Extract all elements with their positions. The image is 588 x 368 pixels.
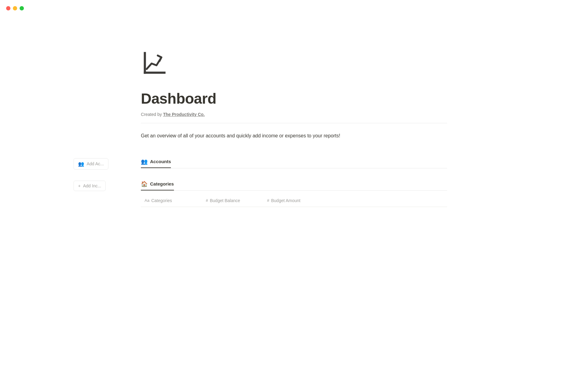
col-budget-amount: # Budget Amount xyxy=(263,197,325,204)
creator-link[interactable]: The Productivity Co. xyxy=(163,112,205,117)
page-icon xyxy=(141,49,447,78)
col-categories-icon: Aa xyxy=(145,198,149,203)
creator-prefix: Created by xyxy=(141,112,163,117)
add-income-icon: + xyxy=(78,183,81,188)
page-description: Get an overview of all of your accounts … xyxy=(141,132,447,140)
maximize-button[interactable] xyxy=(20,6,24,10)
add-accounts-button[interactable]: 👥 Add Ac... xyxy=(74,158,108,170)
add-income-label: Add Inc... xyxy=(83,183,101,188)
add-accounts-icon: 👥 xyxy=(78,161,84,167)
categories-tab-border xyxy=(141,190,447,191)
accounts-tab-icon: 👥 xyxy=(141,158,148,165)
col-categories-label: Categories xyxy=(151,198,172,203)
add-income-button[interactable]: + Add Inc... xyxy=(74,181,106,191)
col-budget-balance: # Budget Balance xyxy=(202,197,263,204)
main-content: Dashboard Created by The Productivity Co… xyxy=(80,0,508,225)
close-button[interactable] xyxy=(6,6,10,10)
col-categories: Aa Categories xyxy=(141,197,202,204)
add-accounts-label: Add Ac... xyxy=(87,161,104,166)
accounts-tab-title: Accounts xyxy=(150,159,171,164)
col-budget-amount-icon: # xyxy=(267,198,269,203)
accounts-database-section: 👥 Add Ac... 👥 Accounts xyxy=(141,158,447,168)
accounts-tab-border xyxy=(141,168,447,168)
page-title: Dashboard xyxy=(141,90,447,107)
minimize-button[interactable] xyxy=(13,6,17,10)
col-budget-amount-label: Budget Amount xyxy=(271,198,300,203)
title-divider xyxy=(141,123,447,123)
categories-database-section: + Add Inc... 🏠 Categories Aa Categories … xyxy=(141,181,447,207)
categories-tab[interactable]: 🏠 Categories xyxy=(141,181,174,190)
col-budget-balance-icon: # xyxy=(206,198,208,203)
categories-tab-icon: 🏠 xyxy=(141,181,148,187)
accounts-tab[interactable]: 👥 Accounts xyxy=(141,158,171,168)
categories-columns: Aa Categories # Budget Balance # Budget … xyxy=(141,194,447,207)
creator-line: Created by The Productivity Co. xyxy=(141,112,447,117)
traffic-lights xyxy=(6,6,24,10)
categories-tab-title: Categories xyxy=(150,181,174,186)
col-budget-balance-label: Budget Balance xyxy=(210,198,240,203)
